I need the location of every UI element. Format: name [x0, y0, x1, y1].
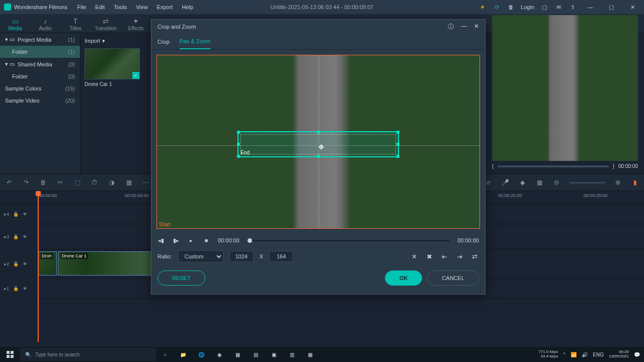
menu-edit[interactable]: Edit	[95, 4, 105, 10]
handle-tr[interactable]	[396, 131, 399, 134]
zoom-in-icon[interactable]: ⊕	[614, 178, 622, 187]
tab-effects[interactable]: ✦Effects	[121, 16, 151, 31]
dialog-scrubber[interactable]	[248, 240, 449, 241]
tree-shared-media[interactable]: ▾ ▭ Shared Media(0)	[0, 58, 80, 70]
menu-file[interactable]: File	[77, 4, 87, 10]
align-right-icon[interactable]: ⇥	[455, 253, 464, 260]
minimize-button[interactable]: —	[583, 2, 598, 12]
stop-icon[interactable]: ■	[203, 237, 210, 243]
crop-icon[interactable]: ⬚	[73, 178, 82, 187]
zoom-fit-icon[interactable]: ▮	[631, 178, 639, 187]
upload-icon[interactable]: ⇪	[569, 3, 577, 11]
handle-ml[interactable]	[237, 143, 240, 146]
menu-export[interactable]: Export	[157, 4, 173, 10]
mail-icon[interactable]: ✉	[554, 3, 562, 11]
menu-view[interactable]: View	[136, 4, 148, 10]
zoom-out-icon[interactable]: ⊖	[552, 178, 560, 187]
tab-transition[interactable]: ⇄Transition	[91, 16, 121, 31]
delete-icon[interactable]: 🗑	[39, 178, 47, 187]
lock-icon[interactable]: 🔓	[13, 261, 19, 266]
lock-icon[interactable]: 🔓	[13, 286, 19, 291]
swap-frames-icon[interactable]: ⇄	[470, 253, 479, 260]
tab-media[interactable]: ▭Media	[0, 16, 30, 31]
playhead[interactable]	[38, 191, 39, 342]
prev-frame-icon[interactable]: ◂▮	[157, 237, 165, 244]
start-button[interactable]	[0, 347, 20, 362]
filmora-taskbar-icon[interactable]: ▣	[265, 347, 283, 362]
tab-crop[interactable]: Crop	[157, 35, 170, 49]
trash-icon[interactable]: 🗑	[507, 3, 515, 11]
tree-folder-1[interactable]: Folder(1)	[0, 46, 80, 58]
zoom-slider[interactable]	[570, 182, 605, 184]
close-ratio-icon[interactable]: ✖	[425, 253, 434, 260]
eye-icon[interactable]: 👁	[23, 286, 27, 291]
clip-small[interactable]: Dron	[38, 251, 57, 276]
greenscreen-icon[interactable]: ▦	[125, 178, 133, 187]
app-icon-2[interactable]: ▤	[247, 347, 265, 362]
edge-icon[interactable]: 🌐	[192, 347, 210, 362]
save-icon[interactable]: ▢	[540, 3, 548, 11]
lock-icon[interactable]: 🔓	[13, 212, 19, 217]
handle-bl[interactable]	[237, 155, 240, 158]
maximize-button[interactable]: ▢	[604, 2, 619, 12]
lightbulb-icon[interactable]: ☀	[478, 3, 487, 11]
eye-icon[interactable]: 👁	[23, 212, 27, 217]
media-thumbnail[interactable]: ✓	[85, 48, 140, 79]
tree-sample-video[interactable]: Sample Video(20)	[0, 95, 80, 107]
reset-button[interactable]: RESET	[157, 270, 205, 286]
import-dropdown-icon[interactable]: ▾	[102, 38, 105, 44]
speed-icon[interactable]: ⏱	[91, 178, 99, 187]
explorer-icon[interactable]: 📁	[174, 347, 192, 362]
eye-icon[interactable]: 👁	[23, 234, 27, 239]
tab-audio[interactable]: ♪Audio	[30, 16, 60, 31]
refresh-icon[interactable]: ⟳	[493, 3, 501, 11]
preview-video[interactable]	[492, 15, 638, 161]
color-icon[interactable]: ◑	[108, 178, 116, 187]
handle-tl[interactable]	[237, 131, 240, 134]
redo-icon[interactable]: ↷	[22, 178, 30, 187]
render-icon[interactable]: ▦	[535, 178, 543, 187]
language-indicator[interactable]: ENG	[593, 352, 604, 357]
notifications-icon[interactable]: 💬	[634, 352, 640, 357]
media-item[interactable]: ✓ Drone Car 1	[85, 48, 140, 87]
width-input[interactable]	[229, 251, 254, 262]
menu-help[interactable]: Help	[182, 4, 193, 10]
clock[interactable]: 06:2013/05/2021	[609, 350, 629, 359]
height-input[interactable]	[269, 251, 293, 262]
tree-folder-2[interactable]: Folder(0)	[0, 70, 80, 82]
ratio-select[interactable]: Custom	[178, 250, 223, 262]
ok-button[interactable]: OK	[385, 270, 423, 286]
lock-icon[interactable]: 🔓	[13, 234, 19, 239]
sound-icon[interactable]: 🔊	[582, 352, 588, 357]
undo-icon[interactable]: ↶	[5, 178, 13, 187]
app-icon-4[interactable]: ▦	[301, 347, 319, 362]
mark-out-icon[interactable]: }	[613, 163, 614, 169]
play-icon[interactable]: ▮▸	[173, 237, 180, 244]
more-icon[interactable]: ⋯	[142, 178, 150, 187]
tray-chevron-icon[interactable]: ˄	[563, 352, 566, 357]
handle-br[interactable]	[396, 155, 399, 158]
play2-icon[interactable]: ▸	[188, 237, 195, 244]
import-button[interactable]: Import	[85, 38, 100, 44]
handle-bm[interactable]	[317, 155, 320, 158]
eye-icon[interactable]: 👁	[23, 261, 27, 266]
dialog-minimize-icon[interactable]: —	[461, 23, 467, 31]
preview-scrubber[interactable]	[498, 165, 608, 167]
handle-mr[interactable]	[396, 143, 399, 146]
tree-sample-colors[interactable]: Sample Colors(15)	[0, 82, 80, 95]
align-left-icon[interactable]: ⇤	[440, 253, 449, 260]
cut-icon[interactable]: ✂	[56, 178, 64, 187]
tab-titles[interactable]: TTitles	[60, 16, 91, 31]
wifi-icon[interactable]: 📶	[571, 352, 577, 357]
swap-icon[interactable]: ✕	[410, 253, 419, 260]
mark-in-icon[interactable]: {	[492, 163, 494, 169]
voiceover-icon[interactable]: 🎤	[501, 178, 509, 187]
cortana-icon[interactable]: ○	[156, 347, 174, 362]
chrome-icon[interactable]: ◉	[210, 347, 228, 362]
app-icon-3[interactable]: ▥	[283, 347, 301, 362]
marker-icon[interactable]: ◆	[518, 178, 526, 187]
app-icon-1[interactable]: ▦	[228, 347, 247, 362]
cancel-button[interactable]: CANCEL	[427, 270, 479, 286]
taskbar-search[interactable]: 🔍Type here to search	[20, 348, 156, 361]
close-button[interactable]: ✕	[625, 2, 640, 12]
